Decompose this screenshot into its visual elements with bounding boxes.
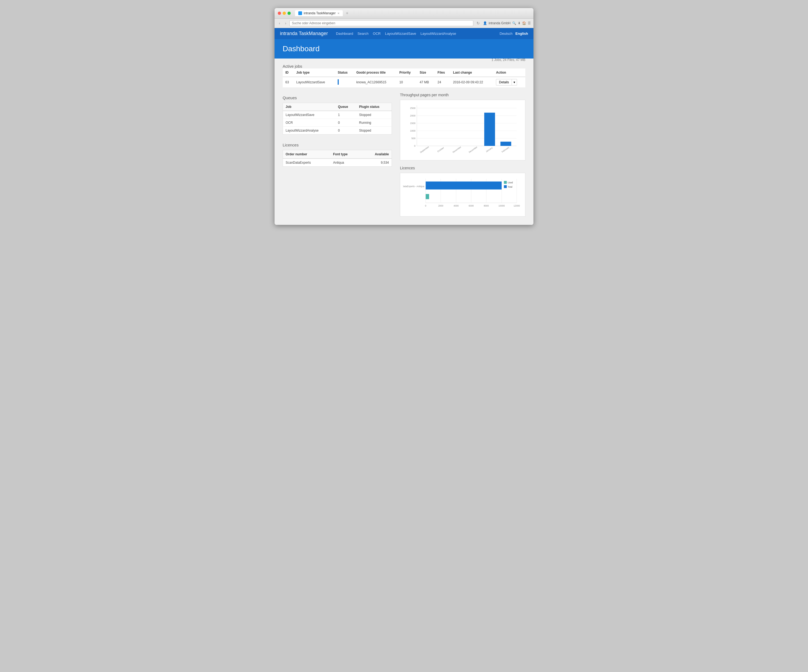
col-id: ID <box>283 68 294 77</box>
lic-order: ScanDataExperts <box>283 158 331 167</box>
lang-de[interactable]: Deutsch <box>500 32 513 36</box>
q-status-2: Stopped <box>357 127 392 135</box>
lic-font: Antiqua <box>331 158 361 167</box>
q-col-status: Plugin status <box>357 103 392 111</box>
browser-controls-right: 👤 intranda GmbH 🔍 ⬇ 🏠 ☰ <box>483 21 531 25</box>
details-dropdown-button[interactable]: ▾ <box>512 79 517 85</box>
tab-favicon <box>298 11 302 15</box>
dashboard-header-band: Dashboard <box>275 39 533 58</box>
q-queue-2: 0 <box>335 127 356 135</box>
svg-text:1000: 1000 <box>410 130 415 132</box>
col-action: Action <box>493 68 525 77</box>
main-content: Active jobs 1 Jobs, 24 Files, 47 MB ID J… <box>275 58 533 222</box>
refresh-button[interactable]: ↻ <box>475 20 481 26</box>
q-col-job: Job <box>283 103 336 111</box>
job-size: 47 MB <box>417 77 435 87</box>
window-controls <box>278 12 291 15</box>
lic-col-font: Font type <box>331 150 361 159</box>
lic-available: 9,534 <box>361 158 392 167</box>
q-col-queue: Queue <box>335 103 356 111</box>
language-switcher: Deutsch English <box>500 32 528 36</box>
svg-text:October: October <box>437 147 445 153</box>
job-goobi-title: knowa_AC12669515 <box>354 77 397 87</box>
download-icon[interactable]: ⬇ <box>518 21 521 25</box>
licences-hbar-container: ScanDataExperts - Antiqua 0 2000 4000 60… <box>400 173 525 217</box>
profile-label: intranda GmbH <box>489 21 511 25</box>
svg-text:Used: Used <box>508 181 513 184</box>
new-tab-icon[interactable]: + <box>346 11 349 16</box>
queues-header-row: Job Queue Plugin status <box>283 103 392 111</box>
nav-dashboard[interactable]: Dashboard <box>336 32 353 36</box>
svg-text:1500: 1500 <box>410 122 415 125</box>
q-status-0: Stopped <box>357 111 392 119</box>
tab-label: intranda TaskManager <box>304 11 336 15</box>
svg-text:0: 0 <box>414 145 415 147</box>
queues-table: Job Queue Plugin status LayoutWizzardSav… <box>283 103 392 135</box>
q-status-1: Running <box>357 119 392 127</box>
throughput-chart-section: Throughput pages per month 0 500 1000 <box>400 93 525 160</box>
minimize-button[interactable] <box>283 12 286 15</box>
maximize-button[interactable] <box>287 12 291 15</box>
app-container: intranda TaskManager Dashboard Search OC… <box>275 28 533 225</box>
svg-text:2500: 2500 <box>410 107 415 110</box>
svg-rect-18 <box>501 142 511 146</box>
lic-row: ScanDataExperts Antiqua 9,534 <box>283 158 392 167</box>
active-jobs-table: ID Job type Status Goobi process title P… <box>283 68 525 87</box>
left-column: Queues Job Queue Plugin status <box>283 93 392 217</box>
lic-col-available: Available <box>361 150 392 159</box>
app-title: intranda TaskManager <box>280 31 328 37</box>
lang-en[interactable]: English <box>515 32 528 36</box>
licences-chart-section: Licences <box>400 166 525 217</box>
svg-rect-44 <box>504 181 507 184</box>
browser-tab[interactable]: intranda TaskManager ✕ <box>295 10 343 16</box>
right-column: Throughput pages per month 0 500 1000 <box>400 93 525 217</box>
queues-section: Queues Job Queue Plugin status <box>283 95 392 135</box>
q-queue-0: 1 <box>335 111 356 119</box>
search-icon[interactable]: 🔍 <box>512 21 516 25</box>
queues-title: Queues <box>283 95 392 100</box>
queue-row: LayoutWizzardAnalyse 0 Stopped <box>283 127 392 135</box>
nav-layoutwizzardsave[interactable]: LayoutWizzardSave <box>385 32 416 36</box>
svg-text:10000: 10000 <box>498 204 505 207</box>
queue-row: LayoutWizzardSave 1 Stopped <box>283 111 392 119</box>
job-last-change: 2016-02-09 09:43:22 <box>451 77 494 87</box>
svg-text:0: 0 <box>425 204 426 207</box>
svg-text:Total: Total <box>508 185 513 188</box>
browser-addressbar: ‹ › ↻ 👤 intranda GmbH 🔍 ⬇ 🏠 ☰ <box>275 18 533 28</box>
active-jobs-section: Active jobs 1 Jobs, 24 Files, 47 MB <box>283 64 525 68</box>
table-header-row: ID Job type Status Goobi process title P… <box>283 68 525 77</box>
svg-text:8000: 8000 <box>484 204 489 207</box>
menu-icon[interactable]: ☰ <box>528 21 531 25</box>
action-btn-group: Details ▾ <box>496 79 517 85</box>
col-job-type: Job type <box>294 68 335 77</box>
q-queue-1: 0 <box>335 119 356 127</box>
home-icon[interactable]: 🏠 <box>522 21 526 25</box>
back-button[interactable]: ‹ <box>277 20 282 26</box>
app-nav: Dashboard Search OCR LayoutWizzardSave L… <box>336 32 456 36</box>
svg-text:September: September <box>419 146 429 154</box>
job-id: 63 <box>283 77 294 87</box>
licences-table-section: Licences Order number Font type Availabl… <box>283 143 392 167</box>
svg-text:2000: 2000 <box>410 114 415 117</box>
job-action: Details ▾ <box>493 77 525 87</box>
status-bar-icon <box>338 79 339 85</box>
nav-layoutwizzardanalyse[interactable]: LayoutWizzardAnalyse <box>421 32 456 36</box>
col-status: Status <box>335 68 354 77</box>
tab-close-icon[interactable]: ✕ <box>337 12 339 15</box>
licences-table-title: Licences <box>283 143 392 147</box>
app-header: intranda TaskManager Dashboard Search OC… <box>275 28 533 39</box>
svg-text:2000: 2000 <box>438 204 443 207</box>
forward-button[interactable]: › <box>284 20 288 26</box>
nav-search[interactable]: Search <box>357 32 368 36</box>
licences-chart-title: Licences <box>400 166 525 170</box>
active-jobs-title: Active jobs <box>283 64 302 68</box>
address-input[interactable] <box>289 20 473 26</box>
queue-row: OCR 0 Running <box>283 119 392 127</box>
svg-rect-35 <box>426 182 502 190</box>
job-priority: 10 <box>397 77 417 87</box>
nav-ocr[interactable]: OCR <box>373 32 381 36</box>
throughput-chart-title: Throughput pages per month <box>400 93 525 97</box>
details-button[interactable]: Details <box>496 79 512 85</box>
job-status <box>335 77 354 87</box>
close-button[interactable] <box>278 12 281 15</box>
